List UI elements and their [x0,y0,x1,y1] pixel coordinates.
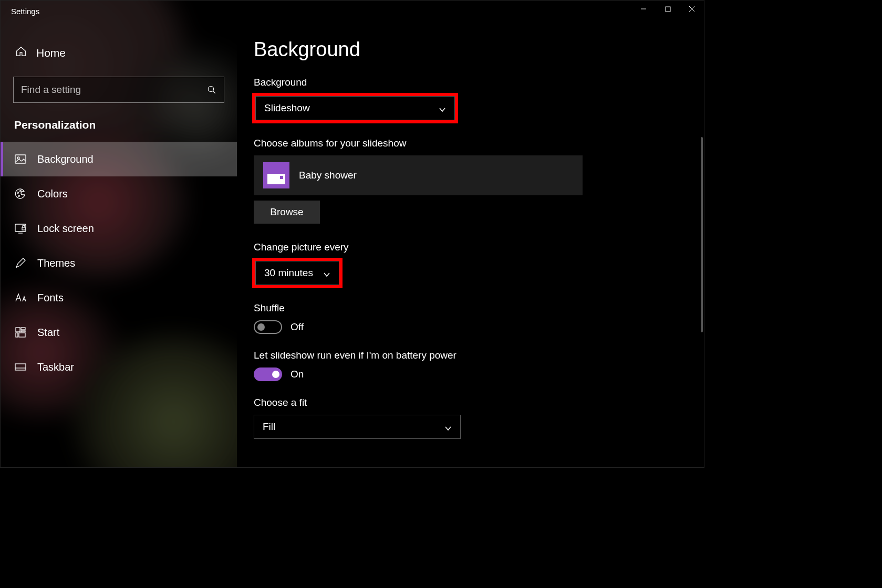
browse-label: Browse [270,206,303,218]
sidebar-item-colors[interactable]: Colors [1,176,237,211]
taskbar-icon [14,361,27,373]
search-icon [207,85,216,94]
sidebar-item-fonts[interactable]: Fonts [1,280,237,315]
home-icon [15,46,27,60]
fit-label: Choose a fit [254,397,704,408]
window-controls [631,1,704,22]
sidebar-item-label: Fonts [37,292,64,304]
sidebar-item-label: Start [37,327,59,339]
highlight-interval-dropdown: 30 minutes [254,259,341,287]
chevron-down-icon [444,423,452,430]
lock-monitor-icon [14,222,27,235]
chevron-down-icon [439,104,446,112]
brush-icon [14,257,27,269]
shuffle-label: Shuffle [254,302,704,314]
interval-value: 30 minutes [264,267,313,279]
tiles-icon [14,326,27,339]
shuffle-toggle[interactable] [254,320,282,334]
svg-rect-13 [22,227,25,230]
minimize-button[interactable] [631,1,656,17]
svg-point-8 [17,192,19,194]
fit-value: Fill [263,421,275,433]
browse-button[interactable]: Browse [254,201,320,224]
background-type-value: Slideshow [264,102,310,114]
font-icon [14,291,27,304]
palette-icon [14,187,27,200]
sidebar-item-background[interactable]: Background [1,142,237,176]
background-type-dropdown[interactable]: Slideshow [255,96,455,120]
sidebar-item-lockscreen[interactable]: Lock screen [1,211,237,246]
sidebar-item-themes[interactable]: Themes [1,246,237,280]
svg-point-10 [20,191,22,192]
highlight-background-dropdown: Slideshow [254,94,456,122]
sidebar: Home Personalization Background Color [1,1,237,467]
titlebar: Settings [1,1,704,22]
search-box[interactable] [13,77,224,103]
fit-dropdown[interactable]: Fill [254,415,461,439]
home-link[interactable]: Home [1,38,237,67]
svg-rect-19 [15,364,26,370]
maximize-button[interactable] [656,1,680,17]
page-title: Background [254,38,704,61]
sidebar-item-label: Lock screen [37,223,94,235]
background-type-label: Background [254,77,704,88]
window-title: Settings [1,7,39,16]
svg-rect-1 [666,7,670,12]
sidebar-item-label: Background [37,153,94,165]
battery-label: Let slideshow run even if I'm on battery… [254,350,704,361]
main-panel: Background Background Slideshow Choose a… [237,1,704,467]
svg-rect-6 [15,155,26,163]
sidebar-item-label: Taskbar [37,361,74,373]
svg-rect-18 [19,333,25,337]
album-card[interactable]: Baby shower [254,155,583,195]
close-button[interactable] [680,1,704,17]
picture-icon [14,153,27,165]
album-thumbnail [263,162,289,188]
section-label: Personalization [1,116,237,142]
svg-rect-16 [21,331,25,332]
sidebar-item-label: Themes [37,257,75,269]
albums-label: Choose albums for your slideshow [254,138,704,149]
sidebar-item-taskbar[interactable]: Taskbar [1,350,237,384]
shuffle-state: Off [290,321,304,333]
chevron-down-icon [323,269,330,277]
scrollbar[interactable] [701,137,703,332]
sidebar-item-start[interactable]: Start [1,315,237,350]
album-name: Baby shower [299,170,357,181]
interval-label: Change picture every [254,242,704,253]
search-input[interactable] [21,84,207,96]
settings-window: Settings Ho [0,0,704,468]
svg-point-9 [18,195,20,197]
sidebar-item-label: Colors [37,188,68,200]
home-label: Home [36,47,66,59]
svg-line-5 [213,91,215,93]
battery-toggle[interactable] [254,368,282,381]
battery-state: On [290,369,304,380]
svg-rect-14 [16,328,20,332]
interval-dropdown[interactable]: 30 minutes [255,261,339,285]
svg-rect-15 [21,328,25,330]
svg-point-4 [208,86,214,92]
svg-point-7 [17,157,19,159]
svg-rect-17 [16,333,18,337]
